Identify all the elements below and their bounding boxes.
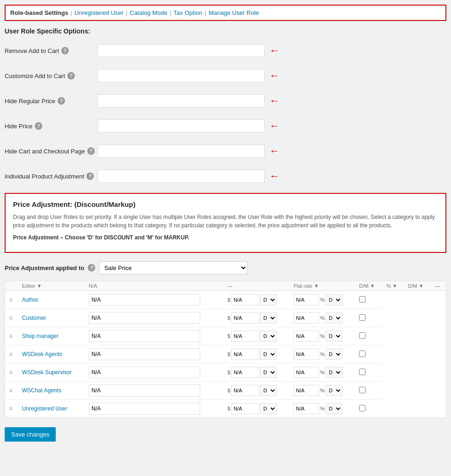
role-name-1: Customer — [22, 315, 46, 321]
drag-handle-1[interactable]: ≡ — [5, 309, 18, 327]
flat-dm-select-0[interactable]: D M — [260, 294, 277, 305]
arrow-individual-product: ← — [269, 171, 280, 181]
role-name-4: WSDesk Supervisor — [22, 369, 72, 376]
option-row-individual-product: Individual Product Adjustment ? ← — [5, 168, 446, 185]
drag-handle-3[interactable]: ≡ — [5, 345, 18, 364]
drag-handle-0[interactable]: ≡ — [5, 291, 18, 309]
role-input-1[interactable] — [89, 312, 200, 324]
nav-unregistered[interactable]: Unregistered User — [74, 9, 124, 16]
help-icon-customize-add-to-cart[interactable]: ? — [67, 72, 75, 79]
customize-add-to-cart-input[interactable] — [98, 69, 265, 82]
role-input-6[interactable] — [89, 403, 200, 415]
pct-input-6[interactable] — [294, 403, 319, 414]
flat-input-1[interactable] — [231, 312, 259, 324]
nav-role-based[interactable]: Role-based Settings — [10, 9, 68, 16]
flat-input-0[interactable] — [231, 294, 259, 305]
nav-catalog[interactable]: Catalog Mode — [130, 9, 167, 16]
pct-dm-select-1[interactable]: D M — [326, 312, 342, 324]
pct-input-4[interactable] — [294, 367, 319, 378]
help-icon-remove-add-to-cart[interactable]: ? — [61, 47, 69, 54]
role-input-5[interactable] — [89, 384, 200, 397]
pct-dm-select-0[interactable]: D M — [326, 294, 342, 305]
applied-to-select[interactable]: Sale Price Regular Price — [99, 261, 248, 274]
flat-input-6[interactable] — [231, 403, 259, 414]
flat-dm-select-4[interactable]: D M — [260, 367, 277, 378]
hide-regular-price-input[interactable] — [98, 94, 265, 107]
role-input-2[interactable] — [89, 330, 200, 342]
flat-input-2[interactable] — [231, 331, 259, 342]
role-input-3[interactable] — [89, 348, 200, 360]
price-adjustment-title: Price Adjustment: (Discount/Markup) — [13, 200, 438, 208]
drag-handle-6[interactable]: ≡ — [5, 400, 18, 418]
individual-product-input[interactable] — [98, 170, 265, 183]
row-checkbox-0[interactable] — [359, 296, 366, 303]
pct-dm-select-3[interactable]: D M — [326, 349, 342, 360]
row-checkbox-2[interactable] — [359, 332, 366, 339]
currency-sign-1: $ — [228, 315, 230, 321]
drag-icon-2: ≡ — [9, 332, 14, 340]
pct-input-2[interactable] — [294, 331, 319, 342]
row-checkbox-5[interactable] — [359, 387, 366, 393]
flat-input-5[interactable] — [231, 385, 259, 396]
pct-input-1[interactable] — [294, 312, 319, 324]
role-input-4[interactable] — [89, 366, 200, 378]
pct-dm-select-4[interactable]: D M — [326, 367, 342, 378]
hide-cart-input[interactable] — [98, 145, 265, 158]
section-title: User Role Specific Options: — [5, 27, 446, 35]
remove-add-to-cart-input[interactable] — [98, 44, 265, 57]
help-icon-hide-regular-price[interactable]: ? — [58, 97, 65, 105]
role-input-cell-0 — [85, 291, 224, 309]
role-input-0[interactable] — [89, 294, 200, 306]
checkbox-cell-6 — [355, 400, 382, 418]
table-row: ≡ WSDesk Supervisor $ D M % D — [5, 364, 446, 382]
drag-icon-6: ≡ — [9, 405, 14, 412]
pct-input-5[interactable] — [294, 385, 319, 396]
th-dash1: — — [224, 281, 290, 291]
flat-dm-select-5[interactable]: D M — [260, 385, 277, 396]
nav-manage-role[interactable]: Manage User Role — [209, 9, 259, 16]
flat-input-4[interactable] — [231, 367, 259, 378]
option-label-hide-cart: Hide Cart and Checkout Page ? — [5, 147, 98, 155]
checkbox-cell-1 — [355, 309, 382, 327]
th-dm1: D/M ▼ — [355, 281, 382, 291]
price-table-body: ≡ Author $ D M % D M — [5, 291, 446, 418]
save-button[interactable]: Save changes — [5, 427, 56, 442]
help-icon-hide-cart[interactable]: ? — [87, 147, 95, 155]
nav-tax-option[interactable]: Tax Option — [174, 9, 203, 16]
arrow-hide-price: ← — [269, 121, 280, 131]
flat-input-3[interactable] — [231, 349, 259, 360]
pct-sign-6: % — [320, 406, 325, 411]
table-row: ≡ Shop manager $ D M % D — [5, 327, 446, 345]
pct-input-3[interactable] — [294, 349, 319, 360]
help-icon-hide-price[interactable]: ? — [35, 122, 42, 130]
pct-dm-select-2[interactable]: D M — [326, 331, 342, 342]
role-input-cell-2 — [85, 327, 224, 345]
help-icon-applied-to[interactable]: ? — [88, 264, 95, 271]
pct-dm-select-5[interactable]: D M — [326, 385, 342, 396]
drag-handle-5[interactable]: ≡ — [5, 382, 18, 400]
drag-handle-4[interactable]: ≡ — [5, 364, 18, 382]
price-table: Editor ▼ N/A — Flat rate ▼ D/M ▼ % ▼ D/M… — [5, 281, 446, 417]
row-checkbox-6[interactable] — [359, 405, 366, 411]
hide-price-input[interactable] — [98, 119, 265, 132]
nav-sep-2: | — [126, 9, 127, 16]
flat-dm-select-6[interactable]: D M — [260, 403, 277, 414]
drag-handle-2[interactable]: ≡ — [5, 327, 18, 345]
role-cell-6: Unregistered User — [18, 400, 85, 418]
pct-sign-0: % — [320, 297, 325, 303]
pct-dm-select-6[interactable]: D M — [326, 403, 342, 414]
row-checkbox-1[interactable] — [359, 314, 366, 321]
role-cell-3: WSDesk Agents — [18, 345, 85, 364]
flat-dm-select-2[interactable]: D M — [260, 331, 277, 342]
row-checkbox-3[interactable] — [359, 350, 366, 357]
pct-input-0[interactable] — [294, 294, 319, 305]
arrow-customize-add-to-cart: ← — [269, 71, 280, 81]
role-name-3: WSDesk Agents — [22, 351, 62, 357]
flat-dm-select-1[interactable]: D M — [260, 312, 277, 324]
help-icon-individual-product[interactable]: ? — [86, 172, 94, 180]
currency-sign-2: $ — [228, 333, 230, 339]
row-checkbox-4[interactable] — [359, 369, 366, 375]
table-row: ≡ Author $ D M % D M — [5, 291, 446, 309]
flat-dm-select-3[interactable]: D M — [260, 349, 277, 360]
option-label-hide-price: Hide Price ? — [5, 122, 98, 130]
